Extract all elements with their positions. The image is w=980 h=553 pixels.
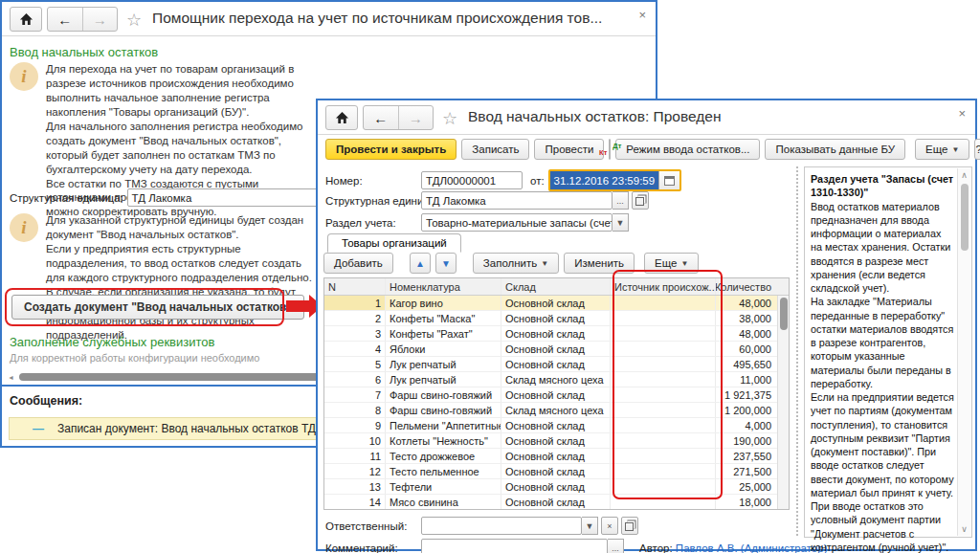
quantity-cell[interactable]: 48,000 bbox=[716, 326, 775, 341]
quantity-cell[interactable]: 271,500 bbox=[716, 464, 775, 478]
entry-mode-button[interactable]: Режим ввода остатков... bbox=[615, 139, 760, 160]
close-icon[interactable]: × bbox=[638, 8, 646, 22]
help-button[interactable]: ? bbox=[974, 139, 980, 160]
nomenclature-cell[interactable]: Лук репчатый bbox=[386, 357, 501, 371]
section-dropdown-button[interactable]: ▼ bbox=[612, 213, 629, 232]
dt-kt-entries-button[interactable]: Дт Кт bbox=[609, 139, 611, 160]
add-row-button[interactable]: Добавить bbox=[323, 253, 393, 274]
warehouse-cell[interactable]: Основной склад bbox=[501, 449, 611, 463]
forward-button[interactable]: → bbox=[398, 106, 434, 129]
source-cell[interactable] bbox=[611, 479, 716, 494]
section-select[interactable]: Товарно-материальные запасы (счета bbox=[421, 213, 612, 232]
table-row[interactable]: 4ЯблокиОсновной склад60,000 bbox=[324, 342, 789, 357]
scrollbar-thumb[interactable] bbox=[961, 184, 969, 251]
row-number-cell[interactable]: 5 bbox=[324, 357, 386, 371]
warehouse-cell[interactable]: Основной склад bbox=[501, 464, 611, 478]
table-row[interactable]: 8Фарш свино-говяжийСклад мясного цеха1 2… bbox=[324, 403, 789, 418]
quantity-cell[interactable]: 237,550 bbox=[716, 449, 775, 463]
row-number-cell[interactable]: 1 bbox=[324, 296, 386, 310]
row-number-cell[interactable]: 10 bbox=[324, 433, 386, 448]
close-icon[interactable]: × bbox=[958, 106, 966, 121]
warehouse-cell[interactable]: Склад мясного цеха bbox=[501, 372, 611, 387]
row-number-cell[interactable]: 13 bbox=[324, 479, 386, 494]
source-cell[interactable] bbox=[611, 433, 716, 448]
responsible-clear-button[interactable]: × bbox=[601, 517, 618, 535]
table-row[interactable]: 11Тесто дрожжевоеОсновной склад237,550 bbox=[324, 449, 789, 464]
date-field[interactable]: 31.12.2016 23:59:59 bbox=[550, 171, 659, 189]
home-button[interactable] bbox=[10, 7, 42, 32]
row-number-cell[interactable]: 12 bbox=[324, 464, 386, 478]
calendar-button[interactable] bbox=[658, 171, 679, 189]
nomenclature-cell[interactable]: Конфеты "Рахат" bbox=[386, 326, 501, 341]
nomenclature-cell[interactable]: Кагор вино bbox=[386, 296, 501, 310]
number-field[interactable]: ТДЛ00000001 bbox=[421, 171, 523, 189]
fill-button[interactable]: Заполнить▼ bbox=[473, 253, 559, 274]
move-up-button[interactable]: ▲ bbox=[410, 253, 431, 274]
scroll-left-icon[interactable]: ◄ bbox=[8, 374, 14, 381]
row-number-cell[interactable]: 6 bbox=[324, 372, 386, 387]
create-document-button[interactable]: Создать документ "Ввод начальных остатко… bbox=[11, 295, 304, 320]
author-link[interactable]: Павлов А.В. (Администратор) bbox=[676, 542, 828, 553]
nomenclature-cell[interactable]: Яблоки bbox=[386, 342, 501, 356]
table-vertical-scrollbar[interactable] bbox=[777, 296, 789, 510]
table-row[interactable]: 5Лук репчатыйОсновной склад495,650 bbox=[324, 357, 789, 372]
quantity-cell[interactable]: 495,650 bbox=[716, 357, 775, 371]
scrollbar-thumb[interactable] bbox=[780, 298, 788, 330]
source-cell[interactable] bbox=[611, 342, 716, 356]
quantity-cell[interactable]: 48,000 bbox=[716, 296, 775, 310]
tab-goods-of-organizations[interactable]: Товары организаций bbox=[327, 233, 461, 253]
responsible-dropdown-button[interactable]: ▼ bbox=[582, 517, 598, 535]
warehouse-cell[interactable]: Основной склад bbox=[501, 433, 611, 448]
comment-field[interactable] bbox=[421, 539, 608, 553]
source-cell[interactable] bbox=[611, 311, 716, 325]
responsible-field[interactable] bbox=[421, 517, 582, 535]
row-number-cell[interactable]: 3 bbox=[324, 326, 386, 341]
nomenclature-cell[interactable]: Фарш свино-говяжий bbox=[386, 403, 501, 417]
unit-field[interactable]: ТД Лакомка bbox=[421, 191, 612, 210]
help-scrollbar[interactable]: ∧ ∨ bbox=[957, 168, 970, 536]
scroll-down-icon[interactable]: ∨ bbox=[958, 524, 970, 534]
comment-more-button[interactable]: ... bbox=[608, 539, 624, 553]
table-row[interactable]: 7Фарш свино-говяжийОсновной склад1 921,3… bbox=[324, 387, 789, 403]
source-cell[interactable] bbox=[611, 449, 716, 463]
unit-open-button[interactable] bbox=[632, 191, 649, 210]
nomenclature-cell[interactable]: Тесто пельменное bbox=[386, 464, 501, 478]
table-row[interactable]: 1Кагор виноОсновной склад48,000 bbox=[324, 296, 789, 311]
row-number-cell[interactable]: 9 bbox=[324, 418, 386, 432]
table-row[interactable]: 2Конфеты "Маска"Основной склад38,000 bbox=[324, 311, 789, 326]
move-down-button[interactable]: ▼ bbox=[435, 253, 457, 274]
quantity-cell[interactable]: 18,000 bbox=[716, 495, 775, 509]
table-row[interactable]: 3Конфеты "Рахат"Основной склад48,000 bbox=[324, 326, 789, 342]
row-number-cell[interactable]: 7 bbox=[324, 387, 386, 402]
panel-splitter[interactable] bbox=[796, 166, 798, 538]
quantity-cell[interactable]: 25,000 bbox=[716, 479, 775, 494]
source-cell[interactable] bbox=[611, 403, 716, 417]
warehouse-cell[interactable]: Основной склад bbox=[501, 418, 611, 432]
warehouse-cell[interactable]: Основной склад bbox=[501, 357, 611, 371]
nomenclature-cell[interactable]: Лук репчатый bbox=[386, 372, 501, 387]
back-button[interactable]: ← bbox=[364, 106, 398, 129]
header-source[interactable]: Источник происхож... bbox=[611, 278, 716, 295]
row-number-cell[interactable]: 4 bbox=[324, 342, 386, 356]
table-row[interactable]: 10Котлеты "Нежность"Основной склад190,00… bbox=[324, 433, 789, 449]
warehouse-cell[interactable]: Основной склад bbox=[501, 342, 611, 356]
quantity-cell[interactable]: 1 200,000 bbox=[716, 403, 775, 417]
header-quantity[interactable]: Количество bbox=[716, 278, 775, 295]
row-number-cell[interactable]: 14 bbox=[324, 495, 386, 509]
quantity-cell[interactable]: 1 921,375 bbox=[716, 387, 775, 402]
nomenclature-cell[interactable]: Конфеты "Маска" bbox=[386, 311, 501, 325]
back-button[interactable]: ← bbox=[48, 8, 82, 31]
table-row[interactable]: 6Лук репчатыйСклад мясного цеха11,000 bbox=[324, 372, 789, 387]
quantity-cell[interactable]: 4,000 bbox=[716, 418, 775, 432]
table-more-button[interactable]: Еще▼ bbox=[644, 253, 699, 274]
write-button[interactable]: Записать bbox=[461, 139, 529, 160]
home-button[interactable] bbox=[325, 105, 358, 130]
source-cell[interactable] bbox=[611, 418, 716, 432]
scroll-up-icon[interactable]: ∧ bbox=[958, 170, 970, 180]
source-cell[interactable] bbox=[611, 296, 716, 310]
table-row[interactable]: 13ТефтелиОсновной склад25,000 bbox=[324, 479, 789, 495]
warehouse-cell[interactable]: Основной склад bbox=[501, 495, 611, 509]
table-row[interactable]: 9Пельмени "Аппетитные"Основной склад4,00… bbox=[324, 418, 789, 433]
unit-choose-button[interactable]: ... bbox=[612, 191, 629, 210]
nomenclature-cell[interactable]: Мясо свинина bbox=[386, 495, 501, 509]
